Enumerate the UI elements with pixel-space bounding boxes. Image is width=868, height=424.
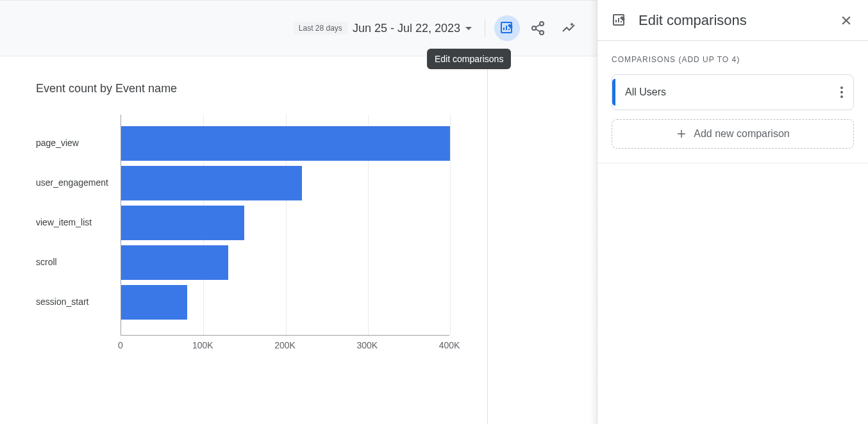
x-axis-tick: 0 <box>118 340 123 350</box>
date-period-badge: Last 28 days <box>294 22 347 35</box>
add-comparison-label: Add new comparison <box>694 128 789 140</box>
x-axis-tick: 300K <box>356 340 378 350</box>
bar-user-engagement[interactable] <box>121 166 302 200</box>
tooltip: Edit comparisons <box>427 49 511 69</box>
toolbar-divider <box>485 19 485 37</box>
chart-edit-icon <box>612 13 627 28</box>
add-comparison-button[interactable]: Add new comparison <box>612 119 854 149</box>
insights-icon <box>561 20 576 36</box>
close-button[interactable] <box>839 13 854 28</box>
panel-header: Edit comparisons <box>597 0 868 41</box>
svg-point-5 <box>532 26 536 30</box>
edit-comparisons-button[interactable] <box>494 15 520 41</box>
bar-scroll[interactable] <box>121 245 228 280</box>
panel-title: Edit comparisons <box>638 12 839 29</box>
comparison-card-all-users[interactable]: All Users <box>612 74 854 110</box>
date-range-selector[interactable]: Jun 25 - Jul 22, 2023 <box>353 22 472 35</box>
svg-point-4 <box>540 22 544 26</box>
x-axis-tick: 100K <box>192 340 213 350</box>
plus-icon <box>676 128 687 140</box>
x-axis-tick: 200K <box>274 340 296 350</box>
bar-view-item-list[interactable] <box>121 206 244 240</box>
y-axis-label: scroll <box>36 256 117 268</box>
chart-title: Event count by Event name <box>36 82 468 95</box>
share-button[interactable] <box>525 15 551 41</box>
svg-line-8 <box>536 29 540 32</box>
bar-session-start[interactable] <box>121 285 187 320</box>
date-range-text: Jun 25 - Jul 22, 2023 <box>353 22 460 35</box>
top-toolbar: Last 28 days Jun 25 - Jul 22, 2023 <box>0 0 597 56</box>
chevron-down-icon <box>465 27 472 30</box>
comparison-name: All Users <box>625 86 840 98</box>
vertical-divider <box>487 56 488 424</box>
chart-edit-icon <box>499 20 515 36</box>
bar-page-view[interactable] <box>121 126 450 161</box>
section-label: COMPARISONS (ADD UP TO 4) <box>612 55 854 64</box>
y-axis-label: page_view <box>36 137 117 149</box>
close-icon <box>840 14 853 27</box>
more-options-button[interactable] <box>840 86 843 98</box>
svg-point-6 <box>540 31 544 35</box>
x-axis-tick: 400K <box>439 340 460 350</box>
insights-button[interactable] <box>556 15 581 41</box>
svg-line-7 <box>536 25 540 28</box>
y-axis-label: session_start <box>36 296 117 307</box>
share-icon <box>530 20 546 36</box>
bar-chart: 0100K200K300K400Kpage_viewuser_engagemen… <box>36 115 468 371</box>
y-axis-label: view_item_list <box>36 216 117 228</box>
edit-comparisons-panel: Edit comparisons COMPARISONS (ADD UP TO … <box>597 0 868 424</box>
panel-body: COMPARISONS (ADD UP TO 4) All Users Add … <box>597 41 868 163</box>
chart-card: Event count by Event name 0100K200K300K4… <box>0 56 487 371</box>
y-axis-label: user_engagement <box>36 177 117 188</box>
gridline <box>450 115 451 335</box>
